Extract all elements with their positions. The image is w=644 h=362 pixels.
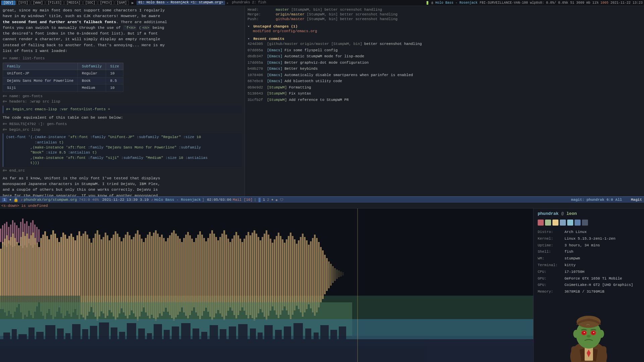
svg-rect-152 [260,240,261,309]
sysinfo-header: phundrak @ leon [534,208,644,219]
commit-row-4[interactable]: 17dd65a [Emacs] Better graphviz-dot mode… [248,60,641,66]
num3: 1 [263,198,265,202]
sysinfo-username: phundrak [538,211,558,216]
svg-rect-204 [57,328,64,362]
svg-rect-171 [298,240,300,309]
color-dot-1 [538,220,544,226]
shield-icon: 🛡 [280,198,283,202]
svg-rect-163 [282,239,283,310]
commit-row-6[interactable]: 1078406 [Emacs] Automatically disable sm… [248,72,641,78]
tag-soc[interactable]: [SOC] [83,1,97,5]
svg-rect-200 [18,334,27,362]
commit-row-3[interactable]: d6db347 [Emacs] Automatic StumpWM mode f… [248,53,641,60]
color-palette [534,219,644,228]
unstaged-file-row[interactable]: modified org/config/emacs.org [248,28,641,34]
head-row: Head: master [StumpWM, bin] better scree… [248,7,641,12]
commit-row-9[interactable]: 5138643 [StumpWM] Fix syntax [248,90,641,97]
svg-rect-157 [270,239,271,311]
begin-src: #+ begin_src emacs-lisp :var fonts=list-… [3,106,242,113]
svg-rect-119 [193,242,195,307]
status-bar: 1 ● 🔒 ♪ phundrak/org/stumpwm.org 743:0 4… [0,196,644,203]
svg-rect-19 [36,227,38,243]
name-list-fonts: #+ name: list-fonts [3,56,242,61]
svg-rect-209 [99,322,109,362]
svg-rect-210 [111,327,117,362]
svg-rect-95 [145,238,147,312]
svg-rect-193 [342,272,344,276]
commit-row-7[interactable]: 667ebc8 [Emacs] Add bluetooth utility co… [248,78,641,84]
gpu2-value: CoimetLake-H GT2 [UHD Graphics] [565,282,633,289]
window-titles: ▶ 01: Holo Bass - RosenjAck <1: stumpwm.… [129,1,425,5]
svg-rect-1 [0,229,1,242]
tag-gam[interactable]: [GAM] [115,1,129,5]
svg-point-248 [584,332,585,333]
svg-rect-137 [229,242,231,307]
cell-size-3: 10 [106,84,123,92]
minibuffer: <s-down> is undefined [0,203,644,208]
commit-row-10[interactable]: 31cfb2f [StumpWM] Add reference to Stump… [248,97,641,103]
cell-size-1: 10 [106,70,123,77]
push-row: Push: github/master [StumpWM, bin] bette… [248,17,641,21]
svg-rect-73 [101,239,102,311]
merge-value: origin/master [StumpWM, bin] better scre… [276,12,397,16]
svg-rect-221 [210,325,218,362]
svg-rect-172 [300,237,302,312]
status-dot-1: ● [9,198,12,202]
svg-rect-164 [284,243,285,306]
svg-rect-144 [244,239,245,311]
tag-www[interactable]: [WWW] [31,1,45,5]
network-ssid: FBI-SURVEILLANCE-VAN-100 [480,1,528,5]
diamond-icon: ◆ [275,198,278,202]
svg-rect-202 [36,332,44,362]
svg-rect-235 [339,326,346,362]
sysinfo-cpu-row: CPU: i7-10750H [538,269,640,276]
commit-row-8[interactable]: 0b9e9d2 [StumpWM] Formatting [248,84,641,91]
svg-rect-215 [154,324,162,362]
svg-rect-67 [89,239,90,312]
svg-rect-233 [320,325,329,362]
svg-rect-223 [229,326,236,362]
svg-rect-83 [121,241,122,308]
title-stumpwm[interactable]: 01: Holo Bass - RosenjAck <1: stumpwm.or… [137,1,225,5]
svg-rect-220 [201,332,207,362]
status-lock-icon: 🔒 [13,197,18,202]
unstaged-header[interactable]: ▾ Unstaged changes (1) [248,24,641,28]
svg-rect-130 [215,237,217,313]
workspace-tags[interactable]: [DEV] [SYS] [WWW] [FILES] [MEDIA] [SOC] … [1,1,129,5]
svg-rect-2 [2,225,3,244]
svg-rect-226 [258,333,263,362]
tag-sys[interactable]: [SYS] [16,1,30,5]
avatar-svg [558,298,620,362]
avatar-container [534,297,644,362]
recent-commits-header[interactable]: ▾ Recent commits [248,37,641,41]
svg-rect-82 [119,237,120,313]
sysinfo-uptime-row: Uptime: 3 hours, 34 mins [538,242,640,249]
title-fish[interactable]: phundraks 2: fish [230,1,268,5]
svg-rect-231 [305,328,311,362]
commit-row-2[interactable]: 07dd65a [Emacs] Fix some flyspell config [248,47,641,54]
tag-files[interactable]: [FILES] [46,1,64,5]
top-right-info: 🔋 8 Holo Bass - Rosenjack FBI-SURVEILLAN… [425,1,643,5]
svg-rect-89 [133,237,135,313]
svg-rect-125 [205,241,207,308]
cpu-label: CPU: [538,269,562,276]
svg-rect-112 [179,239,181,312]
svg-rect-114 [183,238,185,312]
svg-rect-180 [316,238,318,312]
commit-row-5[interactable]: b48b270 [Emacs] Better keybinds [248,66,641,72]
sysinfo-kernel-row: Kernel: Linux 5.15.3-zen1-1-zen [538,236,640,242]
tag-priv[interactable]: [PRIV] [98,1,114,5]
music-info: Holo Bass - Rosenjack [435,1,478,5]
color-dot-2 [545,220,551,226]
tag-media[interactable]: [MEDIA] [64,1,83,5]
svg-point-251 [573,330,579,338]
font-table: Family Subfamily Size Unifont-JP Regular… [3,63,123,92]
tag-dev[interactable]: [DEV] [1,1,15,5]
cell-subfamily-1: Regular [78,70,106,77]
svg-rect-230 [293,323,303,362]
gpu1-value: GeForce GTX 1650 Ti Mobile [565,276,622,282]
svg-rect-218 [181,323,191,362]
commit-row-1[interactable]: 424d305 [github/master origin/master [St… [248,41,641,47]
svg-rect-234 [330,330,337,362]
svg-rect-189 [334,268,336,281]
